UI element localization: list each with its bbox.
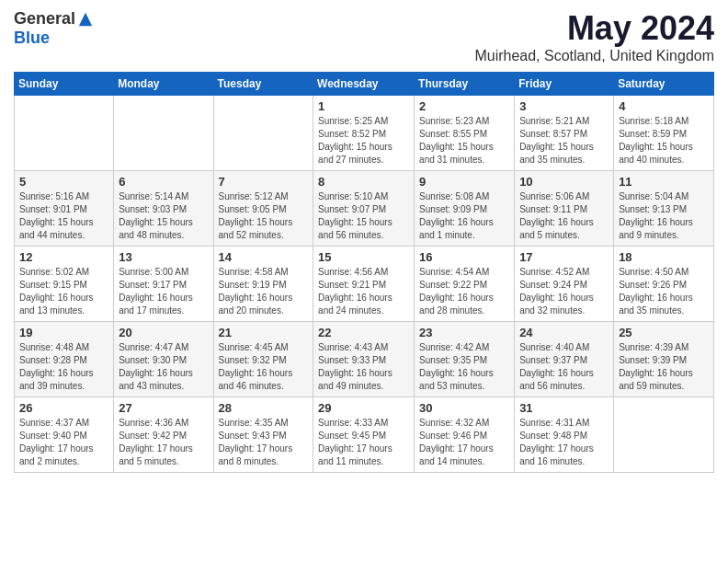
day-info: Sunrise: 5:21 AMSunset: 8:57 PMDaylight:…: [519, 115, 609, 167]
day-number: 8: [318, 175, 409, 189]
month-title: May 2024: [474, 9, 714, 48]
day-number: 1: [318, 99, 409, 113]
calendar-cell: 22Sunrise: 4:43 AMSunset: 9:33 PMDayligh…: [313, 322, 415, 397]
calendar-cell: 28Sunrise: 4:35 AMSunset: 9:43 PMDayligh…: [213, 397, 313, 473]
day-number: 14: [219, 250, 309, 264]
calendar-table: SundayMondayTuesdayWednesdayThursdayFrid…: [14, 72, 714, 473]
day-number: 2: [419, 99, 509, 113]
day-info: Sunrise: 4:47 AMSunset: 9:30 PMDaylight:…: [119, 341, 208, 393]
calendar-cell: 12Sunrise: 5:02 AMSunset: 9:15 PMDayligh…: [15, 247, 114, 322]
day-number: 22: [318, 326, 409, 339]
calendar-cell: 1Sunrise: 5:25 AMSunset: 8:52 PMDaylight…: [313, 96, 415, 171]
day-number: 21: [219, 326, 309, 339]
calendar-header-thursday: Thursday: [415, 73, 515, 96]
day-number: 12: [19, 250, 108, 264]
calendar-header-friday: Friday: [515, 73, 614, 96]
day-info: Sunrise: 4:42 AMSunset: 9:35 PMDaylight:…: [419, 341, 509, 393]
day-number: 11: [619, 175, 709, 189]
calendar-cell: [15, 96, 114, 171]
calendar-cell: 4Sunrise: 5:18 AMSunset: 8:59 PMDaylight…: [614, 96, 714, 171]
calendar-header-wednesday: Wednesday: [313, 73, 415, 96]
calendar-cell: 15Sunrise: 4:56 AMSunset: 9:21 PMDayligh…: [313, 247, 415, 322]
day-info: Sunrise: 5:00 AMSunset: 9:17 PMDaylight:…: [119, 266, 208, 317]
calendar-header-tuesday: Tuesday: [213, 73, 313, 96]
day-info: Sunrise: 4:58 AMSunset: 9:19 PMDaylight:…: [219, 266, 309, 317]
calendar-cell: 16Sunrise: 4:54 AMSunset: 9:22 PMDayligh…: [415, 247, 515, 322]
calendar-week-row: 5Sunrise: 5:16 AMSunset: 9:01 PMDaylight…: [15, 171, 714, 247]
day-info: Sunrise: 4:39 AMSunset: 9:39 PMDaylight:…: [619, 341, 709, 393]
day-number: 18: [619, 250, 709, 264]
day-info: Sunrise: 5:04 AMSunset: 9:13 PMDaylight:…: [619, 190, 709, 242]
svg-marker-0: [79, 12, 92, 25]
calendar-cell: 26Sunrise: 4:37 AMSunset: 9:40 PMDayligh…: [15, 397, 114, 473]
day-number: 27: [119, 401, 208, 415]
day-info: Sunrise: 4:36 AMSunset: 9:42 PMDaylight:…: [119, 417, 208, 468]
day-number: 5: [19, 175, 108, 189]
day-info: Sunrise: 4:33 AMSunset: 9:45 PMDaylight:…: [318, 417, 409, 468]
calendar-week-row: 26Sunrise: 4:37 AMSunset: 9:40 PMDayligh…: [15, 397, 714, 473]
day-info: Sunrise: 5:02 AMSunset: 9:15 PMDaylight:…: [19, 266, 108, 317]
calendar-week-row: 19Sunrise: 4:48 AMSunset: 9:28 PMDayligh…: [15, 322, 714, 397]
day-number: 30: [419, 401, 509, 415]
day-info: Sunrise: 5:08 AMSunset: 9:09 PMDaylight:…: [419, 190, 509, 242]
day-number: 19: [19, 326, 108, 339]
calendar-cell: 27Sunrise: 4:36 AMSunset: 9:42 PMDayligh…: [114, 397, 213, 473]
day-info: Sunrise: 4:32 AMSunset: 9:46 PMDaylight:…: [419, 417, 509, 468]
calendar-cell: 31Sunrise: 4:31 AMSunset: 9:48 PMDayligh…: [515, 397, 614, 473]
calendar-cell: 2Sunrise: 5:23 AMSunset: 8:55 PMDaylight…: [415, 96, 515, 171]
day-info: Sunrise: 5:18 AMSunset: 8:59 PMDaylight:…: [619, 115, 709, 167]
day-info: Sunrise: 4:56 AMSunset: 9:21 PMDaylight:…: [318, 266, 409, 317]
day-number: 13: [119, 250, 208, 264]
day-info: Sunrise: 4:31 AMSunset: 9:48 PMDaylight:…: [519, 417, 609, 468]
day-number: 29: [318, 401, 409, 415]
calendar-cell: 11Sunrise: 5:04 AMSunset: 9:13 PMDayligh…: [614, 171, 714, 247]
calendar-cell: [114, 96, 213, 171]
calendar-header-sunday: Sunday: [15, 73, 114, 96]
day-info: Sunrise: 5:10 AMSunset: 9:07 PMDaylight:…: [318, 190, 409, 242]
calendar-header-row: SundayMondayTuesdayWednesdayThursdayFrid…: [15, 73, 714, 96]
calendar-cell: 8Sunrise: 5:10 AMSunset: 9:07 PMDaylight…: [313, 171, 415, 247]
day-info: Sunrise: 4:35 AMSunset: 9:43 PMDaylight:…: [219, 417, 309, 468]
day-number: 17: [519, 250, 609, 264]
calendar-week-row: 12Sunrise: 5:02 AMSunset: 9:15 PMDayligh…: [15, 247, 714, 322]
title-area: May 2024 Muirhead, Scotland, United King…: [474, 9, 714, 64]
logo-general: General: [14, 9, 75, 29]
calendar-cell: 23Sunrise: 4:42 AMSunset: 9:35 PMDayligh…: [415, 322, 515, 397]
location-title: Muirhead, Scotland, United Kingdom: [474, 48, 714, 64]
day-number: 23: [419, 326, 509, 339]
day-info: Sunrise: 5:23 AMSunset: 8:55 PMDaylight:…: [419, 115, 509, 167]
day-number: 9: [419, 175, 509, 189]
calendar-cell: [213, 96, 313, 171]
day-info: Sunrise: 4:37 AMSunset: 9:40 PMDaylight:…: [19, 417, 108, 468]
calendar-cell: 6Sunrise: 5:14 AMSunset: 9:03 PMDaylight…: [114, 171, 213, 247]
day-number: 4: [619, 99, 709, 113]
calendar-cell: 21Sunrise: 4:45 AMSunset: 9:32 PMDayligh…: [213, 322, 313, 397]
logo-blue: Blue: [14, 29, 50, 48]
calendar-cell: 5Sunrise: 5:16 AMSunset: 9:01 PMDaylight…: [15, 171, 114, 247]
day-info: Sunrise: 5:06 AMSunset: 9:11 PMDaylight:…: [519, 190, 609, 242]
calendar-cell: 25Sunrise: 4:39 AMSunset: 9:39 PMDayligh…: [614, 322, 714, 397]
calendar-cell: 20Sunrise: 4:47 AMSunset: 9:30 PMDayligh…: [114, 322, 213, 397]
day-info: Sunrise: 4:52 AMSunset: 9:24 PMDaylight:…: [519, 266, 609, 317]
calendar-cell: 14Sunrise: 4:58 AMSunset: 9:19 PMDayligh…: [213, 247, 313, 322]
day-info: Sunrise: 4:48 AMSunset: 9:28 PMDaylight:…: [19, 341, 108, 393]
day-info: Sunrise: 4:40 AMSunset: 9:37 PMDaylight:…: [519, 341, 609, 393]
calendar-cell: 17Sunrise: 4:52 AMSunset: 9:24 PMDayligh…: [515, 247, 614, 322]
day-info: Sunrise: 4:54 AMSunset: 9:22 PMDaylight:…: [419, 266, 509, 317]
calendar-cell: 10Sunrise: 5:06 AMSunset: 9:11 PMDayligh…: [515, 171, 614, 247]
day-number: 15: [318, 250, 409, 264]
calendar-header-monday: Monday: [114, 73, 213, 96]
day-info: Sunrise: 5:14 AMSunset: 9:03 PMDaylight:…: [119, 190, 208, 242]
day-number: 3: [519, 99, 609, 113]
day-number: 25: [619, 326, 709, 339]
day-number: 31: [519, 401, 609, 415]
day-info: Sunrise: 4:45 AMSunset: 9:32 PMDaylight:…: [219, 341, 309, 393]
day-info: Sunrise: 5:12 AMSunset: 9:05 PMDaylight:…: [219, 190, 309, 242]
calendar-cell: [614, 397, 714, 473]
day-number: 24: [519, 326, 609, 339]
logo-icon: [77, 11, 94, 28]
calendar-cell: 3Sunrise: 5:21 AMSunset: 8:57 PMDaylight…: [515, 96, 614, 171]
day-info: Sunrise: 5:16 AMSunset: 9:01 PMDaylight:…: [19, 190, 108, 242]
day-number: 28: [219, 401, 309, 415]
day-info: Sunrise: 4:50 AMSunset: 9:26 PMDaylight:…: [619, 266, 709, 317]
